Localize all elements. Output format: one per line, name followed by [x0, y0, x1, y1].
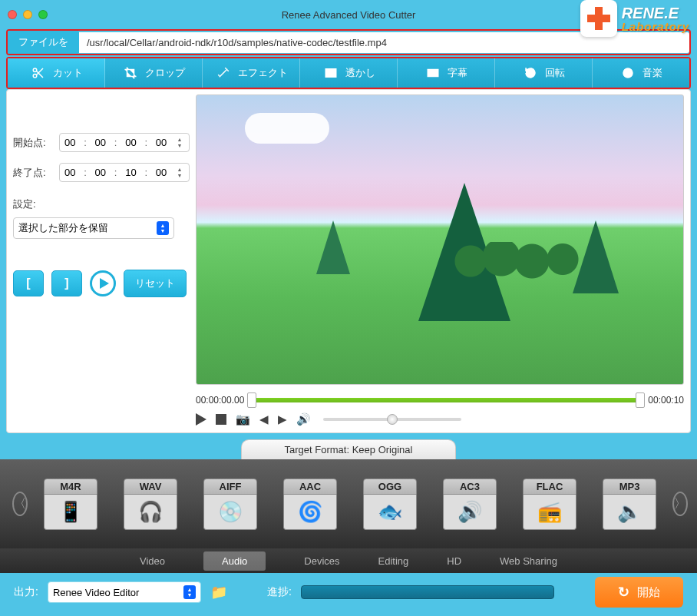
- timeline-handle-left[interactable]: [247, 392, 256, 408]
- crop-icon: [122, 65, 139, 81]
- tab-cut[interactable]: カット: [8, 58, 105, 88]
- decor-cloud: [245, 113, 329, 144]
- logo-cross-icon: [580, 0, 617, 37]
- brand-name: RENE.E: [622, 5, 679, 22]
- brand-logo: RENE.E Laboratory: [580, 0, 689, 37]
- play-icon[interactable]: [196, 413, 206, 426]
- svg-point-1: [33, 75, 37, 78]
- setting-select[interactable]: 選択した部分を保留 ▲▼: [13, 217, 174, 239]
- play-button[interactable]: [90, 270, 116, 296]
- scissors-icon: [30, 65, 47, 81]
- svg-rect-5: [428, 70, 438, 77]
- chevron-updown-icon: ▲▼: [157, 221, 169, 235]
- side-panel: 開始点: 00: 00: 00: 00 ▲▼ 終了点: 00: 00: 10: …: [13, 94, 190, 426]
- setting-label: 設定:: [13, 197, 190, 211]
- format-label: MP3: [603, 479, 656, 495]
- category-web-sharing[interactable]: Web Sharing: [500, 551, 557, 571]
- format-categories: VideoAudioDevicesEditingHDWeb Sharing: [0, 548, 697, 573]
- mark-out-button[interactable]: ]: [51, 270, 82, 296]
- music-icon: [619, 65, 636, 81]
- tab-watermark[interactable]: 透かし: [300, 58, 398, 88]
- snapshot-icon[interactable]: 📷: [236, 412, 250, 426]
- svg-point-9: [627, 72, 629, 75]
- format-icon: 🔊: [443, 495, 497, 530]
- category-video[interactable]: Video: [140, 551, 165, 571]
- file-open-button[interactable]: ファイルを: [8, 31, 79, 54]
- tab-subtitle-label: 字幕: [448, 66, 467, 80]
- refresh-icon: [618, 584, 629, 601]
- format-wav[interactable]: WAV🎧: [123, 479, 178, 530]
- tab-effect[interactable]: エフェクト: [203, 58, 300, 88]
- tab-music[interactable]: 音楽: [593, 58, 689, 88]
- format-icon: 🎧: [124, 495, 177, 530]
- format-icon: 🌀: [283, 495, 337, 530]
- volume-slider[interactable]: [323, 418, 461, 421]
- video-preview[interactable]: [196, 94, 684, 385]
- format-m4r[interactable]: M4R📱: [43, 479, 98, 530]
- progress-bar: [301, 585, 554, 599]
- output-label: 出力:: [14, 585, 38, 599]
- output-select[interactable]: Renee Video Editor ▲▼: [48, 581, 201, 603]
- folder-icon[interactable]: 📁: [210, 584, 227, 601]
- reset-button[interactable]: リセット: [124, 270, 187, 297]
- bottom-bar: 出力: Renee Video Editor ▲▼ 📁 進捗: 開始: [0, 573, 697, 611]
- decor-bush: [440, 242, 593, 280]
- start-stepper[interactable]: ▲▼: [175, 137, 184, 148]
- tab-effect-label: エフェクト: [238, 66, 288, 80]
- svg-point-0: [33, 68, 37, 72]
- format-aac[interactable]: AAC🌀: [282, 479, 338, 530]
- time-start: 00:00:00.00: [196, 395, 244, 406]
- category-audio[interactable]: Audio: [203, 551, 266, 571]
- prev-icon[interactable]: ◀: [259, 412, 269, 426]
- tab-subtitle[interactable]: 字幕: [398, 58, 495, 88]
- format-icon: 📱: [44, 495, 97, 530]
- watermark-icon: [322, 65, 339, 81]
- format-ac3[interactable]: AC3🔊: [442, 479, 497, 530]
- format-mp3[interactable]: MP3🔈: [602, 479, 657, 530]
- mark-in-button[interactable]: [: [13, 270, 44, 296]
- target-format-tab[interactable]: Target Format: Keep Original: [241, 439, 456, 459]
- category-hd[interactable]: HD: [447, 551, 461, 571]
- tab-rotate-label: 回転: [545, 66, 565, 80]
- tabs-outline: カット クロップ エフェクト 透かし 字幕 回転 音楽: [6, 57, 691, 89]
- format-label: OGG: [363, 479, 417, 495]
- format-aiff[interactable]: AIFF💿: [203, 479, 258, 530]
- titlebar: Renee Advanced Video Cutter RENE.E Labor…: [0, 0, 697, 29]
- format-flac[interactable]: FLAC📻: [522, 479, 577, 530]
- brand-sub: Laboratory: [622, 21, 689, 32]
- format-label: AIFF: [203, 479, 257, 495]
- end-stepper[interactable]: ▲▼: [175, 167, 184, 178]
- end-time-input[interactable]: 00: 00: 10: 00 ▲▼: [59, 163, 190, 182]
- formats-prev[interactable]: 〈: [12, 492, 28, 516]
- format-ogg[interactable]: OGG🐟: [362, 479, 418, 530]
- output-value: Renee Video Editor: [53, 587, 140, 598]
- tab-crop-label: クロップ: [145, 66, 185, 80]
- tab-cut-label: カット: [53, 66, 83, 80]
- work-area: 開始点: 00: 00: 00: 00 ▲▼ 終了点: 00: 00: 10: …: [6, 89, 691, 433]
- tab-watermark-label: 透かし: [345, 66, 375, 80]
- tab-crop[interactable]: クロップ: [105, 58, 203, 88]
- timeline: 00:00:00.00 00:00:10: [196, 394, 684, 406]
- category-editing[interactable]: Editing: [378, 551, 409, 571]
- format-icon: 💿: [203, 495, 257, 530]
- formats-next[interactable]: 〉: [672, 492, 688, 516]
- formats-list: M4R📱WAV🎧AIFF💿AAC🌀OGG🐟AC3🔊FLAC📻MP3🔈: [43, 479, 657, 530]
- start-time-input[interactable]: 00: 00: 00: 00 ▲▼: [59, 133, 190, 152]
- timeline-track[interactable]: [249, 394, 643, 406]
- tab-rotate[interactable]: 回転: [495, 58, 593, 88]
- volume-icon[interactable]: 🔊: [296, 412, 311, 426]
- next-icon[interactable]: ▶: [278, 412, 287, 426]
- timeline-handle-right[interactable]: [636, 392, 645, 408]
- format-label: M4R: [44, 479, 97, 495]
- rotate-icon: [522, 65, 539, 81]
- start-button[interactable]: 開始: [595, 577, 683, 608]
- format-label: FLAC: [523, 479, 576, 495]
- tool-tabs: カット クロップ エフェクト 透かし 字幕 回転 音楽: [8, 58, 689, 88]
- subtitle-icon: [424, 65, 441, 81]
- format-label: AC3: [443, 479, 497, 495]
- end-label: 終了点:: [13, 166, 51, 180]
- format-icon: 📻: [523, 495, 576, 530]
- category-devices[interactable]: Devices: [304, 551, 339, 571]
- time-end: 00:00:10: [648, 395, 684, 406]
- stop-icon[interactable]: [216, 414, 226, 425]
